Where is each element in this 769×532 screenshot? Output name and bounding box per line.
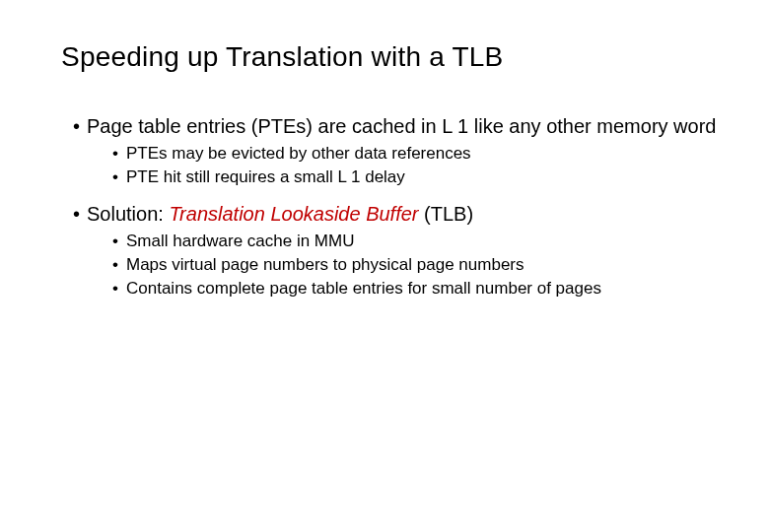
sub-bullet-evicted: PTEs may be evicted by other data refere… [112,143,718,165]
sub-bullet-l1-delay: PTE hit still requires a small L 1 delay [112,166,718,188]
sub-bullet-list: PTEs may be evicted by other data refere… [87,143,718,188]
sub-bullet-list: Small hardware cache in MMU Maps virtual… [87,231,718,299]
bullet-solution-tlb: Solution: Translation Lookaside Buffer (… [73,202,718,299]
sub-bullet-complete-pte: Contains complete page table entries for… [112,278,718,299]
bullet-solution-pre: Solution: [87,203,169,225]
bullet-solution-emph: Translation Lookaside Buffer [169,203,418,225]
sub-bullet-hw-cache: Small hardware cache in MMU [112,231,718,252]
sub-bullet-maps: Maps virtual page numbers to physical pa… [112,254,718,276]
slide-title: Speeding up Translation with a TLB [61,41,718,73]
bullet-text: Page table entries (PTEs) are cached in … [87,115,716,137]
bullet-list: Page table entries (PTEs) are cached in … [61,114,718,299]
bullet-pte-cached: Page table entries (PTEs) are cached in … [73,114,718,188]
bullet-solution-post: (TLB) [419,203,474,225]
slide: Speeding up Translation with a TLB Page … [0,0,769,532]
